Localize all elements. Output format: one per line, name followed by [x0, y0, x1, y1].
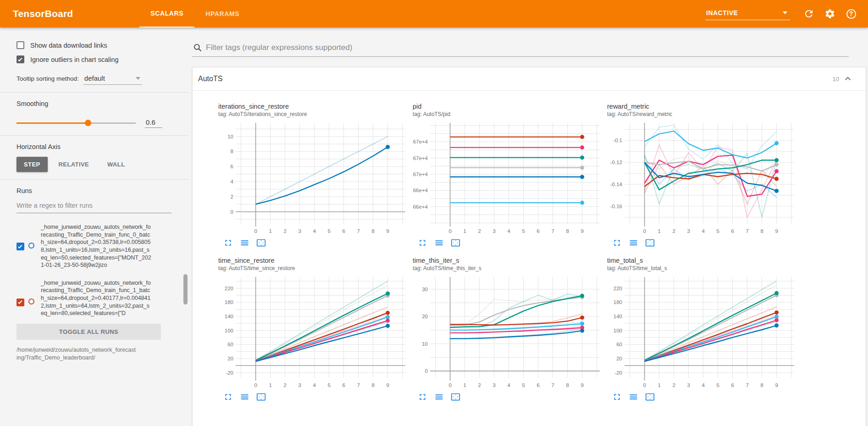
svg-text:1: 1 [463, 228, 466, 234]
svg-text:3: 3 [687, 228, 690, 234]
svg-text:7: 7 [551, 382, 554, 388]
runs-list-icon[interactable] [628, 392, 638, 402]
runs-filter-input[interactable] [17, 200, 171, 213]
tag-filter-input[interactable] [206, 43, 849, 52]
svg-text:8: 8 [371, 382, 374, 388]
svg-text:2.467e+4: 2.467e+4 [413, 155, 428, 161]
svg-text:8: 8 [566, 382, 569, 388]
svg-text:5: 5 [716, 382, 719, 388]
axis-step-button[interactable]: STEP [17, 157, 48, 172]
svg-text:60: 60 [616, 342, 622, 347]
svg-text:4: 4 [313, 382, 316, 388]
fullscreen-icon[interactable] [612, 392, 622, 402]
svg-text:5: 5 [716, 228, 719, 234]
svg-text:5: 5 [522, 228, 525, 234]
svg-text:20: 20 [616, 356, 622, 361]
chart-title: pid [413, 103, 607, 110]
svg-text:5: 5 [327, 228, 330, 234]
tab-hparams[interactable]: HPARAMS [194, 0, 250, 28]
ignore-outliers-checkbox[interactable] [17, 55, 24, 63]
search-icon [193, 43, 202, 52]
chart-plot: 10864200123456789 [218, 121, 408, 237]
fullscreen-icon[interactable] [612, 238, 622, 248]
fit-domain-icon[interactable] [450, 238, 460, 248]
svg-text:2: 2 [478, 382, 481, 388]
runs-list: _home_junweid_zouwu_autots_network_forec… [17, 223, 171, 317]
axis-wall-button[interactable]: WALL [100, 157, 132, 172]
runs-list-icon[interactable] [628, 238, 638, 248]
svg-text:4: 4 [231, 179, 234, 184]
svg-text:20: 20 [227, 356, 233, 361]
fit-domain-icon[interactable] [450, 392, 460, 402]
run-radio[interactable] [28, 243, 34, 249]
runs-list-icon[interactable] [239, 392, 249, 402]
run-label: _home_junweid_zouwu_autots_network_forec… [41, 279, 152, 317]
fit-domain-icon[interactable] [645, 392, 655, 402]
svg-text:180: 180 [614, 299, 622, 305]
svg-text:1: 1 [658, 228, 660, 234]
chart-plot: 2201801401006020-200123456789 [607, 275, 797, 391]
charts-grid: iterations_since_restore tag: AutoTS/ite… [193, 91, 866, 411]
run-label: _home_junweid_zouwu_autots_network_forec… [41, 223, 152, 269]
runs-list-icon[interactable] [239, 238, 249, 248]
fullscreen-icon[interactable] [417, 238, 427, 248]
chart-toolbar [417, 392, 607, 402]
smoothing-label: Smoothing [17, 100, 171, 107]
svg-text:140: 140 [225, 314, 233, 319]
svg-text:140: 140 [614, 314, 622, 319]
svg-text:0: 0 [231, 209, 233, 215]
svg-text:3: 3 [492, 228, 495, 234]
smoothing-slider-thumb[interactable] [85, 120, 91, 126]
svg-text:9: 9 [386, 228, 389, 234]
tooltip-sorting-select[interactable]: default [83, 73, 142, 85]
run-radio[interactable] [28, 299, 34, 304]
status-dropdown[interactable]: INACTIVE [705, 7, 790, 20]
smoothing-value[interactable]: 0.6 [145, 118, 162, 128]
app-title: TensorBoard [0, 0, 87, 28]
chart-plot: 2201801401006020-200123456789 [218, 275, 408, 391]
svg-text:9: 9 [386, 382, 389, 388]
svg-text:-0.1: -0.1 [613, 138, 622, 143]
check-icon [18, 300, 22, 304]
fullscreen-icon[interactable] [223, 392, 233, 402]
runs-list-icon[interactable] [434, 392, 444, 402]
tab-bar: SCALARS HPARAMS [139, 0, 250, 28]
chart-plot: 2.467e+42.467e+42.467e+42.466e+42.466e+4… [413, 121, 603, 237]
run-checkbox[interactable] [17, 299, 24, 306]
svg-text:7: 7 [551, 228, 554, 234]
ignore-outliers-row: Ignore outliers in chart scaling [17, 55, 171, 63]
question-mark-icon: ? [846, 9, 856, 19]
fit-domain-icon[interactable] [256, 392, 266, 402]
sidebar: Show data download links Ignore outliers… [0, 28, 188, 426]
svg-text:10: 10 [227, 134, 233, 139]
svg-text:1: 1 [658, 382, 660, 388]
help-icon[interactable]: ? [840, 3, 862, 24]
svg-text:0: 0 [254, 382, 257, 388]
ignore-outliers-label: Ignore outliers in chart scaling [30, 56, 119, 63]
svg-text:20: 20 [422, 314, 428, 319]
svg-text:9: 9 [581, 382, 583, 388]
svg-text:6: 6 [731, 382, 734, 388]
runs-list-icon[interactable] [434, 238, 444, 248]
fit-domain-icon[interactable] [645, 238, 655, 248]
axis-relative-button[interactable]: RELATIVE [51, 157, 97, 172]
svg-text:2: 2 [283, 228, 286, 234]
tab-scalars[interactable]: SCALARS [139, 0, 194, 28]
collapse-chevron-up-icon[interactable] [843, 74, 853, 84]
chart-toolbar [223, 238, 413, 248]
settings-gear-icon[interactable] [819, 3, 840, 24]
chart-plot: 30201000123456789 [413, 275, 603, 391]
svg-text:2.466e+4: 2.466e+4 [413, 204, 428, 210]
fullscreen-icon[interactable] [223, 238, 233, 248]
run-checkbox[interactable] [17, 243, 24, 250]
run-item: _home_junweid_zouwu_autots_network_forec… [17, 223, 171, 269]
sidebar-scrollbar[interactable] [183, 274, 188, 304]
smoothing-slider[interactable] [17, 122, 136, 124]
fullscreen-icon[interactable] [417, 392, 427, 402]
fit-domain-icon[interactable] [256, 238, 266, 248]
refresh-icon[interactable] [798, 3, 819, 24]
divider [0, 92, 188, 93]
show-download-links-checkbox[interactable] [17, 41, 24, 49]
toggle-all-runs-button[interactable]: TOGGLE ALL RUNS [17, 324, 161, 340]
autots-card-header[interactable]: AutoTS 10 [193, 67, 866, 91]
